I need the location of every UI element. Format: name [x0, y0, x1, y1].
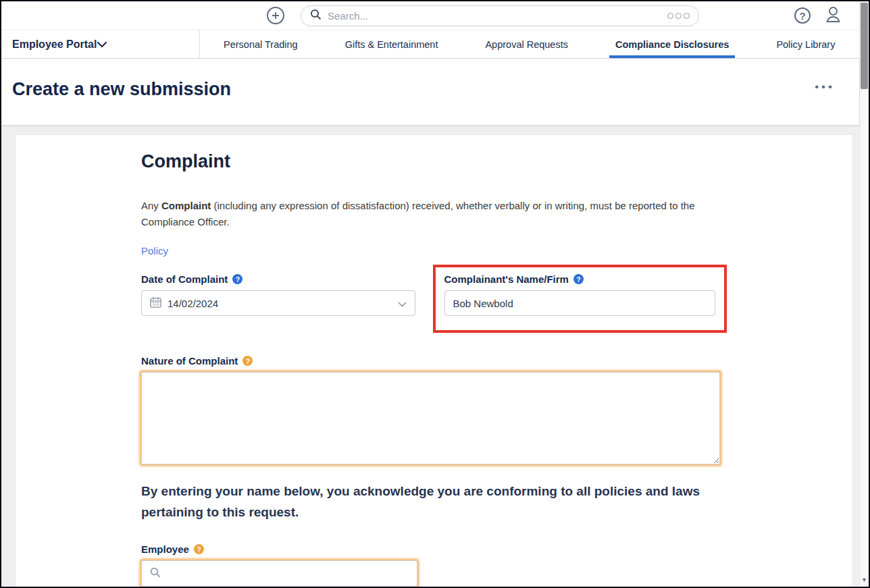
help-icon[interactable]: ? — [573, 274, 584, 284]
page-header: Create a new submission ••• — [1, 59, 859, 125]
complainant-name-input[interactable] — [444, 290, 716, 316]
scrollbar-thumb[interactable] — [861, 3, 868, 89]
nature-of-complaint-textarea[interactable] — [141, 372, 720, 464]
help-icon[interactable]: ? — [794, 7, 811, 24]
complainant-name-label: Complainant's Name/Firm — [444, 273, 569, 285]
user-icon[interactable] — [825, 5, 842, 26]
tab-policy-library[interactable]: Policy Library — [770, 30, 841, 58]
form-heading: Complaint — [141, 151, 727, 172]
tab-personal-trading[interactable]: Personal Trading — [218, 30, 304, 58]
three-circles-icon[interactable] — [667, 13, 690, 19]
app-window: ? Employee Portal Personal Trading Gifts… — [0, 0, 870, 588]
tab-approval-requests[interactable]: Approval Requests — [479, 30, 574, 58]
employee-label: Employee — [141, 543, 189, 555]
nature-of-complaint-label: Nature of Complaint — [141, 355, 238, 367]
portal-selector[interactable]: Employee Portal — [1, 30, 200, 58]
search-icon — [150, 567, 161, 581]
nature-of-complaint-field: Nature of Complaint ? — [141, 355, 727, 464]
submission-form-card: Complaint Any Complaint (including any e… — [15, 134, 853, 587]
date-value: 14/02/2024 — [168, 298, 218, 309]
top-bar: ? — [1, 1, 859, 30]
content-area: Complaint Any Complaint (including any e… — [1, 125, 859, 587]
search-icon — [310, 9, 322, 23]
help-icon[interactable]: ? — [232, 274, 242, 284]
global-search[interactable] — [301, 5, 699, 26]
portal-selector-label: Employee Portal — [12, 38, 97, 51]
chevron-down-icon — [97, 38, 107, 51]
top-bar-icons: ? — [794, 5, 842, 26]
tab-compliance-disclosures[interactable]: Compliance Disclosures — [609, 30, 735, 58]
more-options-icon[interactable]: ••• — [815, 80, 835, 94]
page-title: Create a new submission — [12, 79, 231, 100]
fields-row: Date of Complaint ? 14/02/2024 — [141, 273, 727, 333]
intro-text: Any Complaint (including any expression … — [141, 198, 722, 230]
plus-icon — [272, 11, 280, 20]
chevron-down-icon — [398, 298, 407, 309]
acknowledgement-text: By entering your name below, you acknowl… — [141, 481, 722, 523]
nav-bar: Employee Portal Personal Trading Gifts &… — [1, 30, 859, 59]
help-icon[interactable]: ? — [194, 544, 204, 554]
employee-search-input[interactable] — [166, 568, 409, 579]
search-input[interactable] — [328, 10, 667, 22]
nav-tabs: Personal Trading Gifts & Entertainment A… — [218, 30, 841, 58]
date-of-complaint-label: Date of Complaint — [141, 273, 228, 285]
calendar-icon — [150, 296, 161, 310]
policy-link[interactable]: Policy — [141, 245, 168, 257]
highlight-callout-box: Complainant's Name/Firm ? — [433, 265, 727, 333]
help-icon[interactable]: ? — [242, 356, 253, 366]
add-button[interactable] — [267, 7, 284, 24]
employee-search-box[interactable] — [141, 560, 417, 587]
employee-field: Employee ? — [141, 543, 727, 587]
date-of-complaint-input[interactable]: 14/02/2024 — [141, 290, 415, 316]
scroll-down-arrow-icon[interactable]: ▼ — [860, 577, 869, 583]
main-column: ? Employee Portal Personal Trading Gifts… — [1, 1, 859, 587]
vertical-scrollbar[interactable]: ▼ — [859, 1, 869, 587]
tab-gifts-entertainment[interactable]: Gifts & Entertainment — [339, 30, 444, 58]
date-of-complaint-field: Date of Complaint ? 14/02/2024 — [141, 273, 415, 316]
